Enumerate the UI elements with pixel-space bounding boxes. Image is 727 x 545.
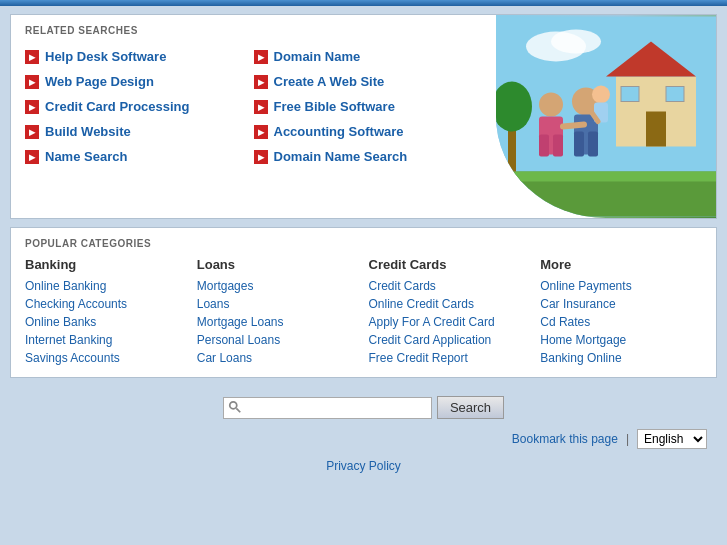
svg-rect-14 [574,132,584,157]
rs-link-text: Build Website [45,124,131,139]
search-input[interactable] [247,400,427,415]
svg-point-24 [230,401,237,408]
pc-col-header-banking: Banking [25,257,187,272]
pc-link-savings-accounts[interactable]: Savings Accounts [25,349,187,367]
pc-col-header-loans: Loans [197,257,359,272]
pc-link-checking-accounts[interactable]: Checking Accounts [25,295,187,313]
pc-link-personal-loans[interactable]: Personal Loans [197,331,359,349]
pc-link-online-banking[interactable]: Online Banking [25,277,187,295]
rs-link-text: Help Desk Software [45,49,166,64]
rs-link-web-page-design[interactable]: Web Page Design [25,69,254,94]
rs-col-left: Help Desk Software Web Page Design Credi… [25,44,254,169]
pc-col-more: More Online Payments Car Insurance Cd Ra… [540,257,702,367]
main-wrapper: RELATED SEARCHES Help Desk Software Web … [0,6,727,489]
related-searches-content: RELATED SEARCHES Help Desk Software Web … [11,15,496,218]
pc-link-loans[interactable]: Loans [197,295,359,313]
pc-link-mortgage-loans[interactable]: Mortgage Loans [197,313,359,331]
svg-line-25 [236,408,240,412]
pc-link-banking-online[interactable]: Banking Online [540,349,702,367]
family-image [496,15,716,218]
svg-rect-6 [621,87,639,102]
rs-bullet-icon [254,100,268,114]
svg-rect-18 [539,135,549,157]
pc-link-home-mortgage[interactable]: Home Mortgage [540,331,702,349]
rs-link-name-search[interactable]: Name Search [25,144,254,169]
rs-bullet-icon [25,75,39,89]
svg-point-2 [551,30,601,54]
rs-link-create-web-site[interactable]: Create A Web Site [254,69,483,94]
rs-link-text: Domain Name Search [274,149,408,164]
bookmark-separator: | [626,432,629,446]
bookmark-link[interactable]: Bookmark this page [512,432,618,446]
rs-link-accounting-software[interactable]: Accounting Software [254,119,483,144]
rs-link-domain-name[interactable]: Domain Name [254,44,483,69]
search-icon [228,400,244,416]
rs-link-text: Web Page Design [45,74,154,89]
rs-bullet-icon [25,50,39,64]
pc-col-header-more: More [540,257,702,272]
rs-bullet-icon [25,150,39,164]
pc-col-banking: Banking Online Banking Checking Accounts… [25,257,187,367]
svg-rect-7 [666,87,684,102]
rs-link-build-website[interactable]: Build Website [25,119,254,144]
privacy-row: Privacy Policy [10,451,717,481]
bookmark-row: Bookmark this page | English Spanish Fre… [10,427,717,451]
rs-link-text: Name Search [45,149,127,164]
pc-col-loans: Loans Mortgages Loans Mortgage Loans Per… [197,257,359,367]
rs-col-right: Domain Name Create A Web Site Free Bible… [254,44,483,169]
rs-link-free-bible-software[interactable]: Free Bible Software [254,94,483,119]
search-button[interactable]: Search [437,396,504,419]
rs-link-text: Free Bible Software [274,99,395,114]
rs-link-help-desk-software[interactable]: Help Desk Software [25,44,254,69]
rs-bullet-icon [254,75,268,89]
rs-link-text: Accounting Software [274,124,404,139]
pc-col-credit-cards: Credit Cards Credit Cards Online Credit … [369,257,531,367]
svg-rect-15 [588,132,598,157]
pc-link-cd-rates[interactable]: Cd Rates [540,313,702,331]
pc-link-online-credit-cards[interactable]: Online Credit Cards [369,295,531,313]
search-bar: Search [10,386,717,427]
pc-link-credit-card-application[interactable]: Credit Card Application [369,331,531,349]
pc-link-online-banks[interactable]: Online Banks [25,313,187,331]
svg-line-22 [563,125,584,127]
pc-link-car-loans[interactable]: Car Loans [197,349,359,367]
rs-link-text: Create A Web Site [274,74,385,89]
rs-link-domain-name-search[interactable]: Domain Name Search [254,144,483,169]
search-input-wrapper [223,397,432,419]
popular-categories-box: POPULAR CATEGORIES Banking Online Bankin… [10,227,717,378]
popular-categories-label: POPULAR CATEGORIES [25,238,702,249]
pc-link-apply-credit-card[interactable]: Apply For A Credit Card [369,313,531,331]
rs-bullet-icon [25,100,39,114]
svg-point-20 [592,86,610,104]
svg-rect-9 [496,172,716,182]
related-searches-box: RELATED SEARCHES Help Desk Software Web … [10,14,717,219]
pc-col-header-credit-cards: Credit Cards [369,257,531,272]
svg-point-16 [539,93,563,117]
rs-link-text: Credit Card Processing [45,99,190,114]
pc-link-car-insurance[interactable]: Car Insurance [540,295,702,313]
rs-bullet-icon [254,50,268,64]
related-searches-grid: Help Desk Software Web Page Design Credi… [25,44,482,169]
pc-link-mortgages[interactable]: Mortgages [197,277,359,295]
rs-link-text: Domain Name [274,49,361,64]
pc-link-credit-cards[interactable]: Credit Cards [369,277,531,295]
language-select[interactable]: English Spanish French [637,429,707,449]
rs-bullet-icon [254,125,268,139]
rs-bullet-icon [25,125,39,139]
svg-rect-19 [553,135,563,157]
related-searches-label: RELATED SEARCHES [25,25,482,36]
svg-rect-5 [646,112,666,147]
pc-link-online-payments[interactable]: Online Payments [540,277,702,295]
popular-categories-grid: Banking Online Banking Checking Accounts… [25,257,702,367]
pc-link-free-credit-report[interactable]: Free Credit Report [369,349,531,367]
rs-bullet-icon [254,150,268,164]
rs-link-credit-card-processing[interactable]: Credit Card Processing [25,94,254,119]
pc-link-internet-banking[interactable]: Internet Banking [25,331,187,349]
privacy-link[interactable]: Privacy Policy [326,459,401,473]
